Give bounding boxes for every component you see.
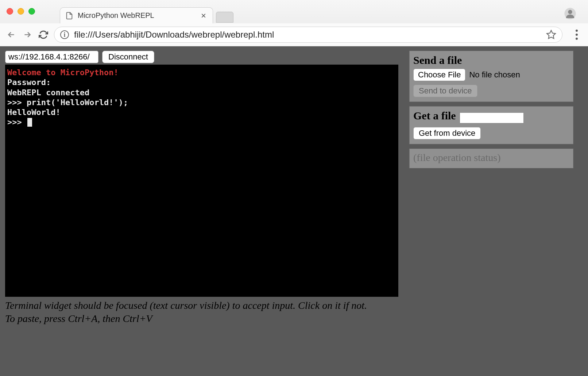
send-to-device-button[interactable]: Send to device <box>413 85 477 97</box>
back-button[interactable] <box>6 29 17 40</box>
terminal-welcome-line: Welcome to MicroPython! <box>7 68 119 77</box>
profile-icon[interactable] <box>564 7 576 20</box>
tab-title: MicroPython WebREPL <box>78 11 195 20</box>
file-operation-status: (file operation status) <box>413 152 500 163</box>
send-file-panel: Send a file Choose File No file chosen S… <box>409 51 573 102</box>
tabs: MicroPython WebREPL × <box>60 0 233 23</box>
terminal-line: Password: <box>7 78 55 87</box>
terminal-line: >>> print('HelloWorld!'); <box>7 98 128 107</box>
get-from-device-button[interactable]: Get from device <box>413 127 481 139</box>
right-column: Send a file Choose File No file chosen S… <box>409 51 573 168</box>
site-info-icon[interactable]: i <box>60 30 69 39</box>
reload-button[interactable] <box>38 29 49 40</box>
bookmark-star-icon[interactable] <box>546 30 556 40</box>
send-file-title: Send a file <box>413 54 569 66</box>
address-bar[interactable] <box>74 30 541 40</box>
browser-toolbar: i <box>0 23 588 46</box>
terminal-line: HelloWorld! <box>7 108 61 117</box>
tab-bar: MicroPython WebREPL × <box>0 0 588 23</box>
file-icon <box>65 12 73 20</box>
get-file-input[interactable] <box>460 112 524 123</box>
hint-line-2: To paste, press Ctrl+A, then Ctrl+V <box>5 312 398 325</box>
browser-chrome: MicroPython WebREPL × i <box>0 0 588 46</box>
websocket-url-input[interactable] <box>5 51 98 63</box>
terminal-prompt: >>> <box>7 118 27 127</box>
disconnect-button[interactable]: Disconnect <box>102 51 154 63</box>
terminal-line: WebREPL connected <box>7 88 89 97</box>
get-file-panel: Get a file Get from device <box>409 106 573 144</box>
get-file-title: Get a file <box>413 110 456 122</box>
hint-line-1: Terminal widget should be focused (text … <box>5 299 398 312</box>
svg-marker-2 <box>547 30 555 38</box>
close-window-icon[interactable] <box>7 8 13 15</box>
browser-tab[interactable]: MicroPython WebREPL × <box>60 7 213 23</box>
close-tab-icon[interactable]: × <box>200 12 208 20</box>
connection-row: Disconnect <box>5 51 398 63</box>
minimize-window-icon[interactable] <box>18 8 24 15</box>
file-status-panel: (file operation status) <box>409 149 573 168</box>
terminal[interactable]: Welcome to MicroPython! Password: WebREP… <box>5 65 398 297</box>
page-body: Disconnect Welcome to MicroPython! Passw… <box>0 46 588 376</box>
terminal-cursor <box>27 118 32 127</box>
no-file-chosen-label: No file chosen <box>469 70 520 80</box>
svg-point-1 <box>568 10 572 14</box>
left-column: Disconnect Welcome to MicroPython! Passw… <box>5 51 398 326</box>
address-bar-container: i <box>54 27 562 43</box>
maximize-window-icon[interactable] <box>28 8 35 15</box>
terminal-hint: Terminal widget should be focused (text … <box>5 299 398 326</box>
forward-button[interactable] <box>22 29 33 40</box>
choose-file-button[interactable]: Choose File <box>413 69 465 81</box>
window-controls <box>7 8 35 15</box>
browser-menu-icon[interactable] <box>571 29 582 40</box>
new-tab-button[interactable] <box>216 12 233 23</box>
